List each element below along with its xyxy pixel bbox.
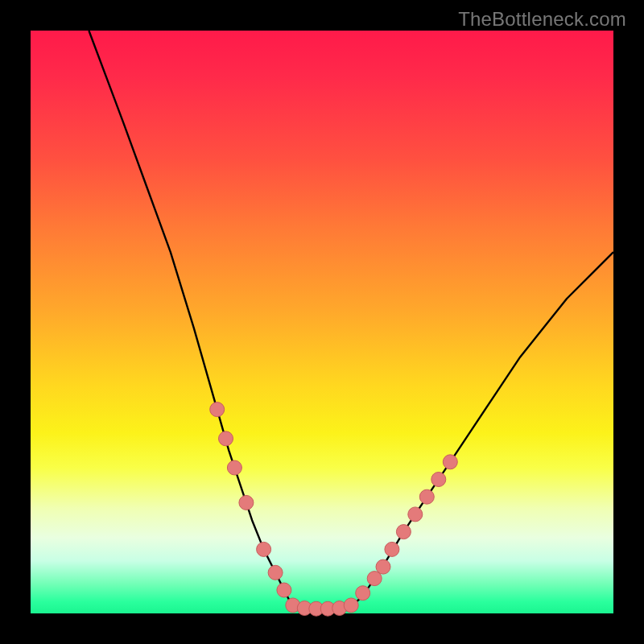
data-marker (443, 455, 457, 469)
data-marker (210, 402, 225, 417)
data-marker (396, 525, 411, 539)
bottleneck-curve (89, 31, 613, 609)
data-marker (268, 565, 283, 580)
data-marker (219, 431, 233, 446)
data-marker (408, 507, 423, 522)
data-marker (227, 460, 242, 475)
watermark-text: TheBottleneck.com (458, 8, 626, 31)
curve-group (89, 31, 613, 609)
data-marker (419, 489, 434, 504)
data-marker (356, 586, 370, 601)
data-marker (385, 542, 399, 556)
data-marker (376, 559, 390, 574)
data-marker (277, 583, 291, 597)
data-marker (239, 495, 254, 510)
chart-svg (31, 31, 613, 613)
data-marker (257, 542, 271, 556)
chart-frame: TheBottleneck.com (0, 0, 644, 644)
data-marker (431, 473, 446, 487)
data-marker (344, 598, 358, 613)
data-markers (210, 402, 458, 617)
